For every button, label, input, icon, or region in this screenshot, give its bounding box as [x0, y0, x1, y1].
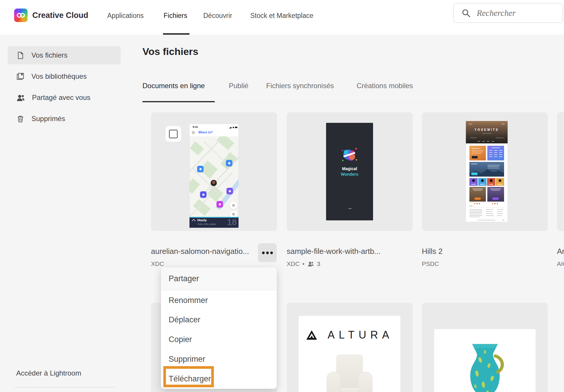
file-card-hills2[interactable]: YOSEMITE — [422, 112, 548, 231]
menu-item-supprimer[interactable]: Supprimer — [161, 349, 277, 369]
file-name[interactable]: sample-file-work-with-artb... — [287, 247, 380, 256]
file-checkbox-tile[interactable] — [165, 126, 181, 142]
page-title: Vos fichiers — [142, 46, 198, 57]
arrow-right-glyph: → — [326, 205, 373, 211]
teal-pitcher-illustration — [457, 340, 513, 392]
yosemite-title: YOSEMITE — [466, 128, 508, 131]
nav-item-fichiers[interactable]: Fichiers — [164, 12, 187, 20]
sidebar-item-label: Supprimés — [31, 115, 65, 123]
file-type: XDC — [287, 260, 300, 267]
wifi-icon — [232, 127, 234, 128]
battery-icon — [235, 127, 237, 128]
social-dots — [492, 203, 498, 204]
map-pin-violet — [226, 188, 233, 194]
map-bottom-sheet: Hourly Tools, drink, places 18 — [189, 217, 239, 228]
sidebar-item-label: Vos bibliothèques — [31, 72, 87, 81]
file-card-altura[interactable]: ALTURA — [287, 303, 413, 392]
social-dots — [474, 203, 480, 204]
menu-item-renommer[interactable]: Renommer — [161, 291, 277, 310]
altura-logo-icon — [306, 330, 318, 340]
trash-icon — [16, 115, 24, 123]
lightroom-link[interactable]: Accéder à Lightroom — [16, 369, 81, 377]
nav-item-applications[interactable]: Applications — [107, 12, 144, 20]
top-app-bar: Creative Cloud Applications Fichiers Déc… — [0, 0, 564, 35]
tab-publie[interactable]: Publié — [229, 82, 249, 90]
menu-item-copier[interactable]: Copier — [161, 330, 277, 349]
map-button-1 — [230, 202, 237, 209]
altura-wordmark: ALTURA — [323, 329, 393, 341]
map-area — [189, 136, 239, 217]
sidebar-item-vos-bibliotheques[interactable]: Vos bibliothèques — [8, 67, 121, 86]
active-nav-underline — [163, 33, 189, 35]
tab-creations-mobiles[interactable]: Créations mobiles — [357, 82, 413, 90]
menu-item-partager[interactable]: Partager — [161, 267, 277, 290]
menu-item-telecharger[interactable]: Télécharger — [161, 369, 277, 389]
signal-icon — [229, 127, 231, 128]
pricing-panel — [487, 146, 504, 160]
phone-status-time: 9:41 — [193, 125, 198, 128]
file-thumbnail-magical-wonders: Magical Wonders → — [326, 123, 373, 220]
file-thumbnail-vase — [434, 329, 536, 392]
file-name[interactable]: aurelian-salomon-navigatio... — [151, 247, 249, 256]
file-type: AIC — [557, 260, 564, 267]
photo-card-left — [469, 187, 486, 202]
tab-documents-en-ligne[interactable]: Documents en ligne — [142, 82, 205, 90]
sheet-subtitle: Tools, drink, places — [197, 223, 216, 225]
map-pin-blue — [226, 160, 232, 166]
map-pin-blue — [197, 166, 204, 172]
menu-item-deplacer[interactable]: Déplacer — [161, 310, 277, 330]
file-name[interactable]: Ar — [557, 247, 564, 256]
file-type: XDC — [151, 260, 164, 267]
creative-cloud-files-page: { "header": { "brand": "Creative Cloud",… — [0, 0, 564, 392]
file-checkbox[interactable] — [169, 130, 178, 138]
nav-item-stock-marketplace[interactable]: Stock et Marketplace — [250, 12, 313, 20]
tab-fichiers-synchronises[interactable]: Fichiers synchronisés — [266, 82, 334, 90]
map-button-2 — [230, 210, 237, 217]
creative-cloud-logo-icon[interactable] — [14, 9, 28, 22]
file-card-aurelian[interactable]: 9:41 Where to? — [151, 112, 277, 231]
sheet-number: 18 — [227, 217, 237, 227]
sidebar-divider — [15, 387, 115, 388]
nav-glyph-icon — [192, 131, 195, 134]
file-thumbnail-altura: ALTURA — [299, 316, 400, 392]
map-pin-indigo — [200, 191, 207, 198]
search-box[interactable] — [453, 3, 563, 23]
file-thumbnail-map-app: 9:41 Where to? — [189, 124, 239, 228]
orange-panel — [469, 146, 486, 160]
where-to-label: Where to? — [198, 131, 213, 134]
libraries-icon — [16, 73, 24, 81]
cc-infinity-mark — [16, 10, 26, 20]
sidebar-item-vos-fichiers[interactable]: Vos fichiers — [8, 46, 121, 64]
map-pin-magenta — [216, 201, 223, 207]
nav-item-decouvrir[interactable]: Découvrir — [203, 12, 232, 20]
sheet-title: Hourly — [197, 219, 207, 222]
yosemite-hero: YOSEMITE — [466, 121, 508, 143]
photo-card-right — [487, 187, 504, 202]
search-input[interactable] — [454, 4, 563, 22]
file-icon — [16, 51, 24, 59]
file-card-vase[interactable] — [422, 303, 548, 392]
meta-separator: • — [302, 260, 304, 267]
brand-title: Creative Cloud — [32, 11, 88, 20]
sidebar-item-supprimes[interactable]: Supprimés — [8, 110, 121, 128]
sidebar-item-label: Partagé avec vous — [32, 93, 90, 102]
people-icon — [16, 94, 25, 102]
file-name[interactable]: Hills 2 — [422, 247, 443, 256]
mountain-panel — [469, 162, 504, 177]
wonders-label: Wonders — [326, 172, 373, 177]
map-avatar — [211, 180, 217, 186]
more-options-button[interactable] — [258, 243, 277, 262]
file-card-sample-file[interactable]: Magical Wonders → — [287, 112, 413, 231]
shared-count: 3 — [317, 260, 320, 267]
file-card-clipped[interactable] — [557, 112, 564, 231]
sidebar-item-label: Vos fichiers — [31, 51, 68, 59]
magical-label: Magical — [326, 166, 373, 171]
file-context-menu: Partager Renommer Déplacer Copier Suppri… — [161, 267, 277, 389]
magical-wonders-logo — [341, 147, 358, 164]
armchair-image — [326, 355, 373, 392]
chevron-up-icon — [192, 219, 196, 223]
file-type: PSDC — [422, 260, 439, 267]
active-tab-underline — [142, 101, 215, 102]
file-type-shared: XDC • 3 — [287, 260, 320, 267]
sidebar-item-partage-avec-vous[interactable]: Partagé avec vous — [8, 88, 121, 107]
